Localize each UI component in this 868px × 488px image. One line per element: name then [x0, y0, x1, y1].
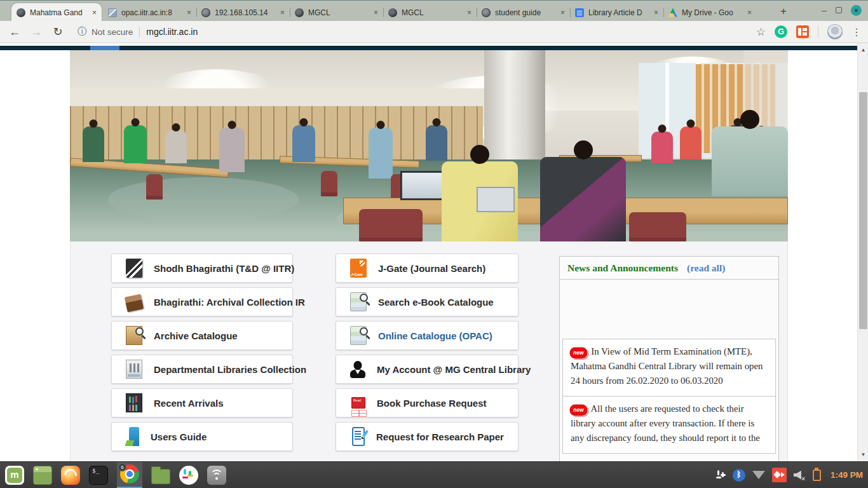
- site-nav-strip: [0, 46, 857, 50]
- volume-muted-icon[interactable]: [794, 470, 804, 481]
- red-book-icon: [351, 397, 365, 409]
- link-jgate[interactable]: J-Gate (Journal Search): [336, 254, 519, 283]
- book-search-icon: [350, 292, 367, 311]
- site-info-icon[interactable]: ⓘ: [78, 26, 86, 37]
- show-desktop-icon[interactable]: [33, 466, 52, 485]
- tab-opac[interactable]: opac.iitr.ac.in:8 ×: [105, 3, 194, 22]
- globe-favicon: [482, 8, 491, 17]
- google-docs-favicon: [575, 8, 584, 17]
- slack-icon[interactable]: [179, 466, 198, 485]
- link-label: Request for Research Paper: [376, 431, 504, 442]
- tab-close-icon[interactable]: ×: [92, 8, 97, 17]
- news-header: News and Announcements (read all): [560, 257, 778, 280]
- close-button[interactable]: ×: [851, 5, 862, 16]
- link-archive-catalogue[interactable]: Archive Catalogue: [111, 321, 293, 350]
- tab-title: student guide: [495, 8, 558, 17]
- maximize-button[interactable]: [836, 7, 842, 13]
- tab-mgcl-1[interactable]: MGCL ×: [292, 3, 381, 22]
- clock[interactable]: 1:49 PM: [831, 470, 863, 480]
- archive-box-icon: [125, 294, 144, 313]
- firefox-icon[interactable]: [61, 466, 80, 485]
- google-drive-favicon: [668, 8, 677, 17]
- tab-mahatma-gandhi[interactable]: Mahatma Gand ×: [11, 3, 102, 22]
- link-bhagirathi-archival[interactable]: Bhagirathi: Archival Collection IR: [111, 287, 293, 316]
- chrome-taskbar-item[interactable]: 6: [117, 462, 142, 488]
- globe-favicon: [201, 8, 210, 17]
- url-text[interactable]: mgcl.iitr.ac.in: [146, 27, 198, 37]
- network-settings-icon[interactable]: [207, 466, 226, 485]
- reload-button[interactable]: ↻: [47, 25, 69, 39]
- bluetooth-icon[interactable]: ᛒ: [733, 469, 745, 482]
- tab-my-drive[interactable]: My Drive - Goo ×: [666, 3, 754, 22]
- forward-button[interactable]: →: [25, 25, 47, 39]
- tab-ip-address[interactable]: 192.168.105.14 ×: [199, 3, 287, 22]
- grammarly-extension-icon[interactable]: G: [775, 25, 787, 38]
- link-shodh-bhagirathi[interactable]: Shodh Bhagirathi (T&D @ IITR): [111, 254, 293, 283]
- link-book-purchase[interactable]: Book Purchase Request: [336, 388, 519, 417]
- jgate-icon: [350, 259, 367, 278]
- news-panel: News and Announcements (read all) new In…: [559, 256, 779, 461]
- tab-close-icon[interactable]: ×: [747, 8, 752, 17]
- toolbar-divider: [818, 25, 818, 38]
- profile-avatar[interactable]: [827, 24, 843, 39]
- extension-icon[interactable]: [796, 25, 809, 38]
- anydesk-icon[interactable]: [772, 468, 787, 482]
- mint-menu-icon[interactable]: [5, 466, 24, 485]
- browser-toolbar: ← → ↻ ⓘ Not secure mgcl.iitr.ac.in ☆ G ⋮: [0, 21, 868, 43]
- new-badge: new: [571, 348, 587, 358]
- new-badge: new: [571, 405, 587, 415]
- battery-icon[interactable]: [813, 470, 821, 481]
- read-all-link[interactable]: (read all): [687, 262, 725, 274]
- minimize-button[interactable]: –: [822, 4, 827, 16]
- scroll-down-arrow[interactable]: ▼: [858, 452, 868, 458]
- link-my-account[interactable]: My Account @ MG Central Library: [336, 355, 519, 384]
- browser-menu-icon[interactable]: ⋮: [851, 26, 862, 38]
- new-tab-button[interactable]: +: [776, 5, 790, 18]
- tab-close-icon[interactable]: ×: [467, 8, 471, 17]
- link-label: Users Guide: [151, 431, 207, 442]
- address-bar[interactable]: ⓘ Not secure mgcl.iitr.ac.in: [78, 26, 756, 37]
- browser-window: Mahatma Gand × opac.iitr.ac.in:8 × 192.1…: [0, 0, 868, 488]
- bookshelf-icon: [126, 393, 142, 412]
- tab-title: opac.iitr.ac.in:8: [121, 8, 184, 17]
- wifi-tray-icon[interactable]: [752, 471, 765, 479]
- link-research-paper[interactable]: Request for Research Paper: [336, 422, 519, 451]
- scroll-up-arrow[interactable]: ▲: [858, 47, 868, 53]
- terminal-icon[interactable]: [89, 466, 108, 485]
- background-tabs: opac.iitr.ac.in:8 × 192.168.105.14 × MGC…: [105, 3, 759, 22]
- tab-close-icon[interactable]: ×: [374, 8, 378, 17]
- back-button[interactable]: ←: [4, 25, 25, 39]
- tab-library-article[interactable]: Library Article D ×: [573, 3, 661, 22]
- library-photo-image: [70, 50, 788, 241]
- tab-close-icon[interactable]: ×: [187, 8, 191, 17]
- slack-tray-icon[interactable]: [715, 470, 726, 480]
- toolbar-right: ☆ G ⋮: [756, 24, 862, 39]
- link-departmental-libraries[interactable]: Departmental Libraries Collection: [111, 355, 293, 384]
- link-ebook-catalogue[interactable]: Search e-Book Catalogue: [336, 287, 519, 316]
- bookmark-star-icon[interactable]: ☆: [756, 25, 766, 39]
- page-scrollbar[interactable]: ▲ ▼: [857, 43, 868, 461]
- link-opac[interactable]: Online Catalogue (OPAC): [336, 321, 519, 350]
- tab-mgcl-2[interactable]: MGCL ×: [386, 3, 474, 22]
- archive-search-icon: [126, 326, 142, 345]
- link-recent-arrivals[interactable]: Recent Arrivals: [111, 388, 293, 417]
- page-viewport: Shodh Bhagirathi (T&D @ IITR) Bhagirathi…: [0, 43, 868, 461]
- clipboard-pencil-icon: [352, 427, 365, 446]
- url-separator: [139, 27, 140, 37]
- globe-favicon: [17, 8, 25, 17]
- link-label: Bhagirathi: Archival Collection IR: [154, 297, 305, 308]
- guide-kiosk-icon: [129, 427, 139, 446]
- link-label: Recent Arrivals: [154, 398, 224, 409]
- system-tray: ᛒ 1:49 PM: [715, 468, 863, 482]
- tab-close-icon[interactable]: ×: [654, 8, 658, 17]
- file-manager-icon[interactable]: [151, 469, 170, 484]
- globe-favicon: [388, 8, 397, 17]
- scrollbar-thumb[interactable]: [859, 92, 867, 329]
- chrome-window-count-badge: 6: [118, 463, 126, 471]
- tab-close-icon[interactable]: ×: [560, 8, 565, 17]
- link-label: Archive Catalogue: [154, 330, 238, 341]
- tab-close-icon[interactable]: ×: [280, 8, 285, 17]
- link-users-guide[interactable]: Users Guide: [111, 422, 293, 451]
- tab-student-guide[interactable]: student guide ×: [479, 3, 567, 22]
- link-label: Shodh Bhagirathi (T&D @ IITR): [154, 263, 294, 274]
